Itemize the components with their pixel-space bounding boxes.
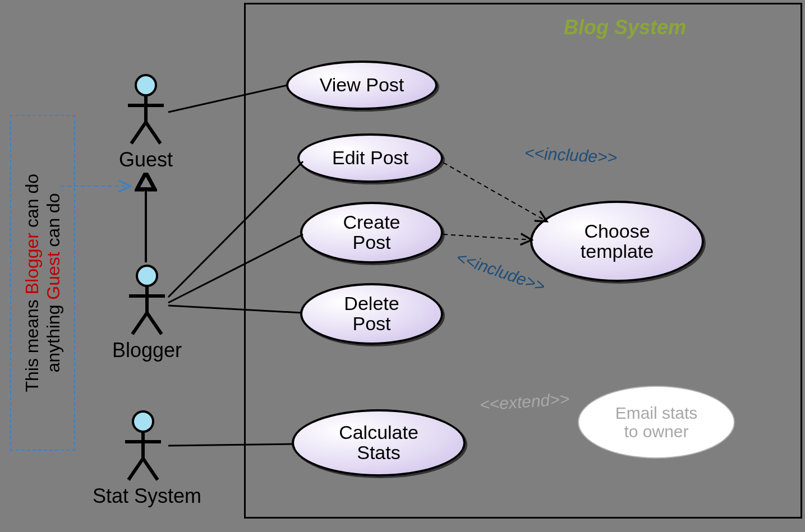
usecase-view-post-label: View Post — [320, 75, 404, 95]
note-generalization: This means Blogger can do anything Guest… — [10, 115, 75, 451]
note-prefix: This means — [22, 294, 42, 392]
usecase-calculate-stats-label: Calculate Stats — [339, 423, 418, 462]
svg-point-0 — [136, 75, 156, 95]
usecase-delete-post: Delete Post — [300, 283, 443, 345]
usecase-choose-template-label: Choose template — [581, 221, 654, 261]
system-title: Blog System — [564, 16, 686, 39]
stick-figure-icon — [113, 263, 181, 336]
svg-line-4 — [146, 122, 160, 144]
usecase-choose-template: Choose template — [530, 201, 704, 282]
actor-blogger: Blogger — [112, 263, 182, 362]
note-text: This means Blogger can do anything Guest… — [21, 174, 65, 392]
svg-point-5 — [137, 266, 157, 286]
usecase-create-post-label: Create Post — [343, 212, 400, 252]
usecase-email-stats-label: Email stats to owner — [615, 404, 698, 441]
actor-statsystem-label: Stat System — [93, 484, 201, 508]
svg-line-13 — [128, 459, 143, 480]
actor-blogger-label: Blogger — [112, 339, 182, 362]
actor-guest-label: Guest — [112, 148, 180, 172]
actor-statsystem: Stat System — [93, 409, 201, 508]
usecase-create-post: Create Post — [300, 202, 443, 263]
actor-guest: Guest — [112, 73, 180, 172]
svg-point-10 — [133, 411, 153, 432]
usecase-calculate-stats: Calculate Stats — [292, 409, 466, 477]
svg-line-8 — [132, 313, 147, 334]
stick-figure-icon — [109, 409, 177, 482]
diagram-canvas: Blog System This means Blogger can do an… — [0, 0, 805, 532]
svg-line-9 — [147, 313, 162, 334]
note-word-guest: Guest — [43, 252, 63, 299]
usecase-delete-post-label: Delete Post — [344, 294, 399, 334]
stick-figure-icon — [112, 73, 180, 146]
svg-line-14 — [143, 459, 158, 480]
note-word-blogger: Blogger — [22, 233, 42, 294]
usecase-email-stats: Email stats to owner — [578, 386, 735, 459]
svg-line-3 — [131, 122, 146, 144]
usecase-edit-post: Edit Post — [297, 133, 443, 183]
note-suffix: can do — [43, 193, 63, 252]
generalization-arrow — [135, 173, 157, 262]
usecase-edit-post-label: Edit Post — [332, 148, 408, 168]
usecase-view-post: View Post — [286, 61, 438, 110]
